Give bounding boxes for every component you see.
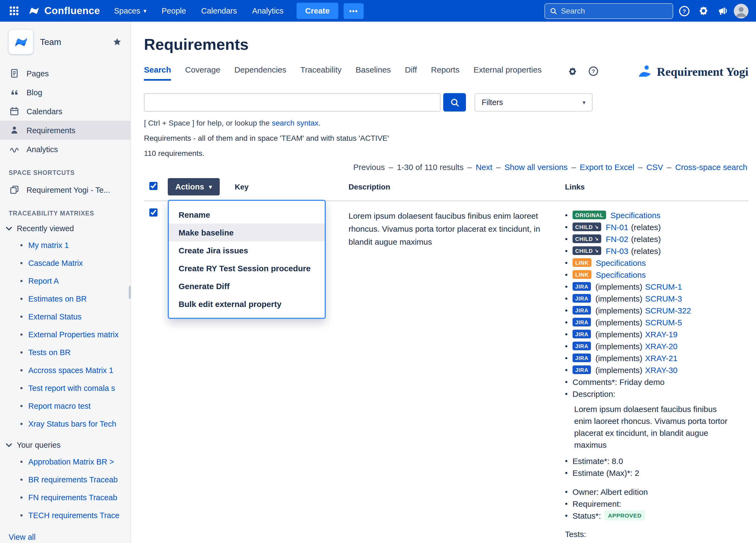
next-page-link[interactable]: Next [476,162,492,172]
list-item: •BR requirements Traceab [0,471,130,488]
tab-traceability[interactable]: Traceability [300,65,341,81]
list-item: •Report macro test [0,397,130,415]
query-link[interactable]: BR requirements Traceab [28,475,118,484]
space-shortcuts-list: Requirement Yogi - Te... [0,180,130,199]
nav-spaces[interactable]: Spaces▾ [107,3,153,19]
space-logo[interactable] [9,30,33,54]
csv-link[interactable]: CSV [646,162,663,172]
recently-viewed-toggle[interactable]: Recently viewed [0,220,130,235]
matrix-link[interactable]: Test report with comala s [28,384,115,392]
tab-reports[interactable]: Reports [431,65,459,81]
requirement-link[interactable]: FN-01 [606,222,628,231]
list-item: •Cascade Matrix [0,254,130,272]
app-switcher-icon[interactable] [5,2,23,19]
requirement-link[interactable]: FN-02 [606,234,628,243]
requirement-link[interactable]: FN-03 [606,246,628,255]
tab-coverage[interactable]: Coverage [185,65,220,81]
property-text: Comments*: Friday demo [573,377,665,386]
matrix-link[interactable]: Tests on BR [28,348,71,357]
more-button[interactable]: ••• [344,3,363,19]
jira-issue-link[interactable]: SCRUM-3 [645,294,682,303]
jira-issue-link[interactable]: XRAY-20 [645,341,678,351]
requirement-link[interactable]: Specifications [596,258,646,267]
row-checkbox[interactable] [149,208,157,216]
sidebar-item-calendars[interactable]: Calendars [0,102,130,121]
matrix-link[interactable]: Estimates on BR [28,294,87,303]
bullet-icon: • [20,475,23,484]
nav-calendars[interactable]: Calendars [195,3,244,19]
menu-item-bulk-edit-external-property[interactable]: Bulk edit external property [169,295,325,313]
create-button[interactable]: Create [297,3,338,19]
matrix-link[interactable]: Xray Status bars for Tech [28,419,116,428]
nav-analytics[interactable]: Analytics [246,3,290,19]
tab-external-properties[interactable]: External properties [474,65,542,81]
matrix-link[interactable]: Cascade Matrix [28,258,83,267]
sidebar-item-blog[interactable]: Blog [0,83,130,102]
shortcut-label: Requirement Yogi - Te... [27,185,110,194]
jira-issue-link[interactable]: XRAY-21 [645,353,678,363]
confluence-logo[interactable]: Confluence [25,5,105,17]
query-link[interactable]: Approbation Matrix BR > [28,457,114,466]
requirement-link[interactable]: Specifications [610,210,660,219]
query-link[interactable]: FN requirements Traceab [28,493,117,502]
query-link[interactable]: TECH requirements Trace [28,511,120,519]
filters-select[interactable]: Filters ▾ [475,93,593,111]
jira-issue-link[interactable]: SCRUM-5 [645,318,682,327]
menu-item-create-jira-issues[interactable]: Create Jira issues [169,241,325,259]
chevron-down-icon: ▾ [143,8,146,14]
jira-issue-link[interactable]: XRAY-19 [645,330,678,339]
relation-label: (relates) [631,234,661,243]
menu-item-rename[interactable]: Rename [169,206,325,223]
bullet-icon: • [565,511,568,520]
requirement-link[interactable]: Specifications [596,270,646,279]
matrix-link[interactable]: Report macro test [28,402,91,410]
jira-issue-link[interactable]: SCRUM-1 [645,282,682,291]
help-icon[interactable]: ? [588,66,599,76]
global-search[interactable] [544,3,673,19]
traceability-matrixes-heading: TRACEABILITY MATRIXES [9,210,122,216]
view-all-link[interactable]: View all [0,528,130,543]
your-queries-toggle[interactable]: Your queries [0,437,130,452]
sidebar-item-pages[interactable]: Pages [0,64,130,83]
nav-people[interactable]: People [155,3,192,19]
help-icon[interactable]: ? [675,2,693,19]
export-excel-link[interactable]: Export to Excel [580,162,634,172]
requirement-yogi-logo[interactable]: Requirement Yogi [637,64,748,81]
matrix-link[interactable]: Report A [28,277,59,285]
tab-dependencies[interactable]: Dependencies [234,65,286,81]
matrix-link[interactable]: Accross spaces Matrix 1 [28,366,113,374]
menu-item-make-baseline[interactable]: Make baseline [169,223,325,241]
sidebar-resize-handle[interactable] [129,286,131,299]
product-name: Confluence [44,5,100,17]
settings-gear-icon[interactable] [695,2,712,19]
tab-baselines[interactable]: Baselines [356,65,391,81]
matrix-link[interactable]: External Properties matrix [28,330,119,339]
matrix-link[interactable]: My matrix 1 [28,240,69,249]
sidebar-item-requirements[interactable]: Requirements [0,121,130,140]
megaphone-icon[interactable] [714,2,732,19]
analytics-pulse-icon [9,144,19,154]
menu-item-create-ry-test-session[interactable]: Create RY Test Session procedure [169,259,325,277]
shortcut-requirement-yogi[interactable]: Requirement Yogi - Te... [0,180,130,199]
actions-button[interactable]: Actions▾ [168,178,219,195]
show-all-versions-link[interactable]: Show all versions [504,162,567,172]
cross-space-search-link[interactable]: Cross-space search [675,162,747,172]
user-avatar[interactable] [734,4,748,18]
link-item: •JIRA(implements)SCRUM-3 [565,292,742,304]
select-all-checkbox[interactable] [149,182,157,190]
tab-diff[interactable]: Diff [405,65,417,81]
sidebar-item-analytics[interactable]: Analytics [0,140,130,159]
jira-issue-link[interactable]: XRAY-30 [645,365,678,374]
child-badge: CHILD↘ [573,234,601,243]
bullet-icon: • [20,258,23,267]
favorite-star-icon[interactable] [113,37,122,47]
requirement-search-input[interactable] [144,93,441,111]
search-syntax-link[interactable]: search syntax [272,118,318,127]
search-button[interactable] [443,93,466,111]
settings-gear-icon[interactable] [568,66,577,76]
global-search-input[interactable] [561,6,668,15]
tab-search[interactable]: Search [144,65,171,81]
jira-issue-link[interactable]: SCRUM-322 [645,306,691,315]
matrix-link[interactable]: External Status [28,312,82,321]
menu-item-generate-diff[interactable]: Generate Diff [169,277,325,295]
